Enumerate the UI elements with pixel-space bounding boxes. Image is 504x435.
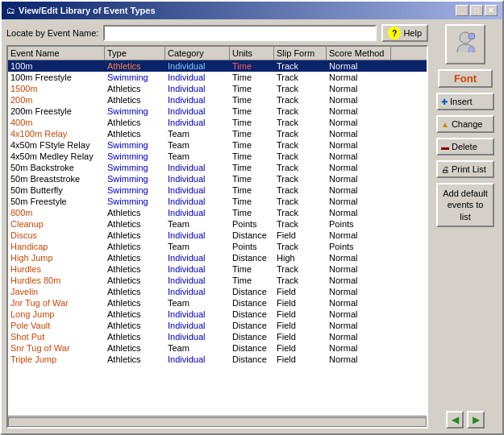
table-row[interactable]: Discus Athletics Individual Distance Fie… xyxy=(8,230,427,241)
help-button[interactable]: ? Help xyxy=(381,24,428,42)
cell-category: Individual xyxy=(165,94,230,106)
left-panel: Locate by Event Name: ? Help Event Name … xyxy=(6,24,428,429)
insert-icon: ✚ xyxy=(441,97,448,106)
table-row[interactable]: 50m Breaststroke Swimming Individual Tim… xyxy=(8,173,427,184)
table-row[interactable]: 4x50m FStyle Relay Swimming Team Time Tr… xyxy=(8,139,427,151)
cell-event-name: 50m Breaststroke xyxy=(8,173,105,184)
arrow-left-button[interactable]: ◀ xyxy=(446,411,464,429)
table-row[interactable]: 100m Freestyle Swimming Individual Time … xyxy=(8,72,427,83)
table-row[interactable]: High Jump Athletics Individual Distance … xyxy=(8,252,427,263)
insert-button[interactable]: ✚ Insert xyxy=(436,93,494,110)
cell-slip: Track xyxy=(274,218,327,230)
table-row[interactable]: 400m Athletics Individual Time Track Nor… xyxy=(8,117,427,128)
table-row[interactable]: 50m Freestyle Swimming Individual Time T… xyxy=(8,196,427,207)
cell-type: Athletics xyxy=(105,83,165,94)
cell-units: Distance xyxy=(230,297,274,309)
table-row[interactable]: Cleanup Athletics Team Points Track Poin… xyxy=(8,218,427,230)
table-row[interactable]: Triple Jump Athletics Individual Distanc… xyxy=(8,354,427,365)
delete-label: Delete xyxy=(452,142,477,151)
table-row[interactable]: 4x50m Medley Relay Swimming Team Time Tr… xyxy=(8,151,427,162)
close-button[interactable]: ✕ xyxy=(485,5,498,16)
table-row[interactable]: Jnr Tug of War Athletics Team Distance F… xyxy=(8,297,427,309)
cell-score: Normal xyxy=(327,139,391,151)
table-header: Event Name Type Category Units Slip Form… xyxy=(8,47,427,60)
arrow-right-button[interactable]: ▶ xyxy=(467,411,485,429)
cell-slip: Track xyxy=(274,94,327,106)
table-body[interactable]: 100m Athletics Individual Time Track Nor… xyxy=(8,60,427,416)
table-row[interactable]: Javelin Athletics Individual Distance Fi… xyxy=(8,286,427,297)
cell-slip: Track xyxy=(274,241,327,252)
cell-units: Distance xyxy=(230,342,274,354)
maximize-button[interactable]: □ xyxy=(470,5,483,16)
cell-score: Normal xyxy=(327,331,391,342)
add-default-button[interactable]: Add defaultevents to list xyxy=(436,183,494,227)
cell-units: Time xyxy=(230,117,274,128)
locate-input[interactable] xyxy=(103,25,377,41)
cell-category: Individual xyxy=(165,331,230,342)
cell-category: Individual xyxy=(165,309,230,320)
window-title: View/Edit Library of Event Types xyxy=(19,6,156,15)
delete-icon: ▬ xyxy=(441,143,449,151)
minimize-button[interactable]: _ xyxy=(456,5,469,16)
table-row[interactable]: Pole Vault Athletics Individual Distance… xyxy=(8,320,427,331)
table-row[interactable]: Shot Put Athletics Individual Distance F… xyxy=(8,331,427,342)
table-row[interactable]: Handicap Athletics Team Points Track Poi… xyxy=(8,241,427,252)
cell-type: Athletics xyxy=(105,286,165,297)
cell-units: Time xyxy=(230,60,274,72)
print-label: Print List xyxy=(452,164,486,174)
table-row[interactable]: 4x100m Relay Athletics Team Time Track N… xyxy=(8,128,427,139)
cell-units: Distance xyxy=(230,286,274,297)
cell-slip: Track xyxy=(274,151,327,162)
cell-units: Points xyxy=(230,218,274,230)
table-row[interactable]: Hurdles Athletics Individual Time Track … xyxy=(8,263,427,275)
cell-category: Individual xyxy=(165,263,230,275)
table-row[interactable]: Snr Tug of War Athletics Team Distance F… xyxy=(8,342,427,354)
cell-score: Normal xyxy=(327,354,391,365)
cell-category: Team xyxy=(165,218,230,230)
cell-type: Athletics xyxy=(105,342,165,354)
print-list-button[interactable]: 🖨 Print List xyxy=(436,160,494,178)
cell-event-name: Snr Tug of War xyxy=(8,342,105,354)
table-row[interactable]: 50m Backstroke Swimming Individual Time … xyxy=(8,162,427,173)
font-button[interactable]: Font xyxy=(438,69,493,88)
cell-event-name: 4x50m FStyle Relay xyxy=(8,139,105,151)
table-row[interactable]: 800m Athletics Individual Time Track Nor… xyxy=(8,207,427,218)
cell-slip: Track xyxy=(274,275,327,286)
cell-type: Athletics xyxy=(105,218,165,230)
cell-type: Swimming xyxy=(105,72,165,83)
table-row[interactable]: 200m Athletics Individual Time Track Nor… xyxy=(8,94,427,106)
cell-category: Team xyxy=(165,297,230,309)
cell-type: Athletics xyxy=(105,128,165,139)
cell-category: Team xyxy=(165,342,230,354)
cell-event-name: 50m Backstroke xyxy=(8,162,105,173)
col-units: Units xyxy=(230,47,274,60)
cell-category: Individual xyxy=(165,106,230,117)
cell-score: Normal xyxy=(327,252,391,263)
delete-button[interactable]: ▬ Delete xyxy=(436,138,494,155)
cell-slip: Track xyxy=(274,207,327,218)
cell-score: Normal xyxy=(327,151,391,162)
cell-event-name: Shot Put xyxy=(8,331,105,342)
cell-slip: Field xyxy=(274,297,327,309)
cell-slip: Field xyxy=(274,354,327,365)
horizontal-scrollbar[interactable] xyxy=(8,416,427,427)
cell-units: Time xyxy=(230,275,274,286)
cell-type: Athletics xyxy=(105,263,165,275)
cell-units: Time xyxy=(230,151,274,162)
cell-slip: Track xyxy=(274,72,327,83)
cell-category: Individual xyxy=(165,173,230,184)
cell-event-name: 800m xyxy=(8,207,105,218)
col-event-name: Event Name xyxy=(8,47,105,60)
table-row[interactable]: Hurdles 80m Athletics Individual Time Tr… xyxy=(8,275,427,286)
table-row[interactable]: 200m Freestyle Swimming Individual Time … xyxy=(8,106,427,117)
cell-event-name: 100m Freestyle xyxy=(8,72,105,83)
cell-units: Distance xyxy=(230,331,274,342)
cell-type: Swimming xyxy=(105,139,165,151)
table-row[interactable]: Long Jump Athletics Individual Distance … xyxy=(8,309,427,320)
change-button[interactable]: ▲ Change xyxy=(436,115,494,133)
table-row[interactable]: 100m Athletics Individual Time Track Nor… xyxy=(8,60,427,72)
cell-units: Distance xyxy=(230,252,274,263)
cell-event-name: Javelin xyxy=(8,286,105,297)
table-row[interactable]: 1500m Athletics Individual Time Track No… xyxy=(8,83,427,94)
table-row[interactable]: 50m Butterfly Swimming Individual Time T… xyxy=(8,184,427,196)
